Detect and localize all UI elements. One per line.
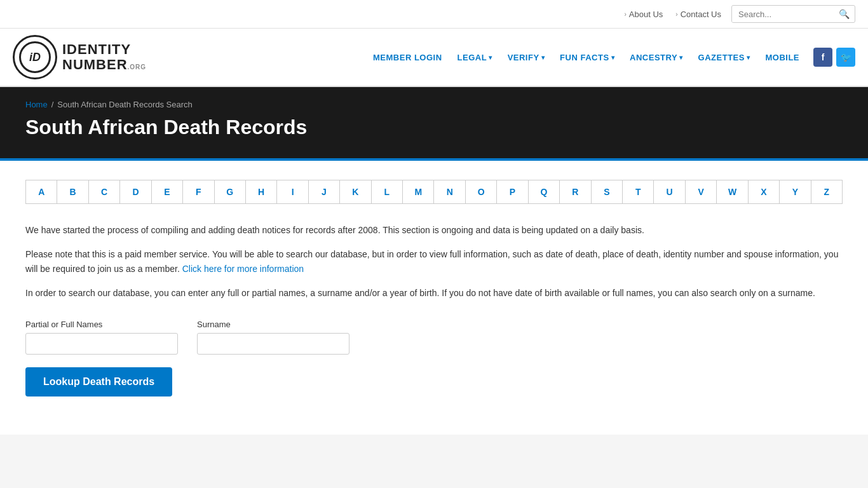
alpha-letter-x[interactable]: X <box>749 180 780 203</box>
twitter-icon[interactable]: 🐦 <box>836 48 855 67</box>
lookup-button[interactable]: Lookup Death Records <box>25 367 172 396</box>
names-label: Partial or Full Names <box>25 320 178 329</box>
alpha-letter-a[interactable]: A <box>26 180 57 203</box>
alpha-letter-f[interactable]: F <box>183 180 214 203</box>
alpha-letter-o[interactable]: O <box>466 180 497 203</box>
alpha-letter-j[interactable]: J <box>309 180 340 203</box>
logo-circle: iD <box>13 35 57 79</box>
search-input[interactable] <box>732 6 834 22</box>
about-us-link[interactable]: About Us <box>629 10 663 19</box>
more-info-link[interactable]: Click here for more information <box>182 264 304 274</box>
site-header: iD IDENTITY NUMBER.ORG MEMBER LOGIN LEGA… <box>0 29 868 87</box>
alpha-letter-h[interactable]: H <box>246 180 277 203</box>
alpha-letter-n[interactable]: N <box>434 180 465 203</box>
alpha-letter-u[interactable]: U <box>654 180 685 203</box>
main-content: ABCDEFGHIJKLMNOPQRSTUVWXYZ We have start… <box>0 161 868 435</box>
verify-dropdown-icon: ▾ <box>541 54 545 61</box>
facebook-icon[interactable]: f <box>813 48 832 67</box>
ancestry-dropdown-icon: ▾ <box>679 54 683 61</box>
contact-us-link[interactable]: Contact Us <box>681 10 721 19</box>
legal-dropdown-icon: ▾ <box>489 54 492 61</box>
alpha-letter-c[interactable]: C <box>89 180 120 203</box>
alpha-letter-q[interactable]: Q <box>529 180 560 203</box>
alpha-letter-b[interactable]: B <box>57 180 88 203</box>
top-bar-links: › About Us › Contact Us <box>625 10 721 19</box>
alpha-letter-e[interactable]: E <box>152 180 183 203</box>
alpha-letter-v[interactable]: V <box>686 180 717 203</box>
logo-line2: NUMBER.ORG <box>62 57 146 72</box>
about-chevron-icon: › <box>625 11 627 18</box>
description-para3: In order to search our database, you can… <box>25 286 843 300</box>
alpha-letter-w[interactable]: W <box>717 180 748 203</box>
description-para1: We have started the process of compiling… <box>25 223 843 237</box>
names-field-group: Partial or Full Names <box>25 320 178 355</box>
alpha-letter-r[interactable]: R <box>560 180 591 203</box>
alpha-letter-k[interactable]: K <box>340 180 371 203</box>
nav-gazettes[interactable]: GAZETTES▾ <box>692 35 757 80</box>
surname-input[interactable] <box>197 333 349 355</box>
breadcrumb-separator: / <box>51 100 54 109</box>
nav-legal[interactable]: LEGAL▾ <box>451 35 499 80</box>
social-icons: f 🐦 <box>813 48 855 67</box>
alpha-letter-s[interactable]: S <box>592 180 623 203</box>
description-para2: Please note that this is a paid member s… <box>25 247 843 276</box>
alphabet-navigation: ABCDEFGHIJKLMNOPQRSTUVWXYZ <box>25 180 843 204</box>
form-row: Partial or Full Names Surname <box>25 320 843 355</box>
surname-label: Surname <box>197 320 349 329</box>
breadcrumb: Home / South African Death Records Searc… <box>25 100 843 109</box>
page-title: South African Death Records <box>25 116 843 139</box>
breadcrumb-current-page: South African Death Records Search <box>57 100 192 109</box>
nav-ancestry[interactable]: ANCESTRY▾ <box>623 35 689 80</box>
alpha-letter-l[interactable]: L <box>372 180 403 203</box>
surname-field-group: Surname <box>197 320 349 355</box>
alpha-letter-p[interactable]: P <box>497 180 528 203</box>
alpha-letter-y[interactable]: Y <box>780 180 811 203</box>
alpha-letter-i[interactable]: I <box>277 180 308 203</box>
logo-link[interactable]: iD IDENTITY NUMBER.ORG <box>13 29 146 86</box>
logo-line1: IDENTITY <box>62 42 146 57</box>
alpha-letter-z[interactable]: Z <box>811 180 842 203</box>
alpha-letter-g[interactable]: G <box>215 180 246 203</box>
alpha-letter-t[interactable]: T <box>623 180 654 203</box>
logo-text: IDENTITY NUMBER.ORG <box>62 42 146 72</box>
nav-member-login[interactable]: MEMBER LOGIN <box>367 35 449 80</box>
contact-chevron-icon: › <box>675 11 677 18</box>
names-input[interactable] <box>25 333 178 355</box>
search-button[interactable]: 🔍 <box>834 6 855 22</box>
gazettes-dropdown-icon: ▾ <box>747 54 750 61</box>
nav-fun-facts[interactable]: FUN FACTS▾ <box>553 35 621 80</box>
main-nav: MEMBER LOGIN LEGAL▾ VERIFY▾ FUN FACTS▾ A… <box>367 35 855 80</box>
search-form: Partial or Full Names Surname Lookup Dea… <box>25 320 843 396</box>
logo-letter: iD <box>19 41 51 73</box>
alpha-letter-m[interactable]: M <box>403 180 434 203</box>
nav-verify[interactable]: VERIFY▾ <box>501 35 551 80</box>
fun-facts-dropdown-icon: ▾ <box>611 54 615 61</box>
alpha-letter-d[interactable]: D <box>120 180 151 203</box>
top-bar: › About Us › Contact Us 🔍 <box>0 0 868 29</box>
breadcrumb-home-link[interactable]: Home <box>25 100 48 109</box>
search-box: 🔍 <box>731 5 855 23</box>
nav-mobile[interactable]: MOBILE <box>759 35 806 80</box>
hero-section: Home / South African Death Records Searc… <box>0 87 868 161</box>
